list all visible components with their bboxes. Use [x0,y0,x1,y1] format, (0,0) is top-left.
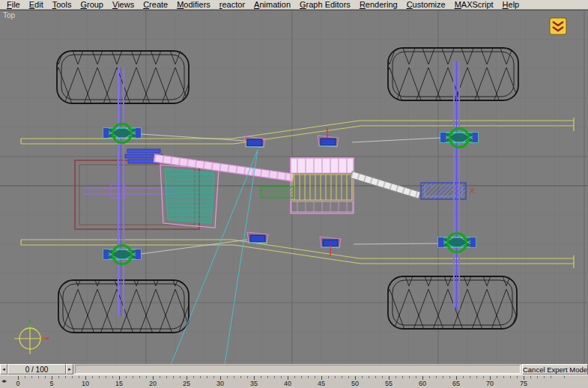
viewport-label: Top [3,11,15,19]
time-slider-row: ◄ 0 / 100 ► Cancel Expert Mode [0,364,588,375]
ruler-tick-minor [395,376,396,378]
next-frame-button[interactable]: ► [66,364,73,375]
ruler-tick-minor [193,376,194,378]
ruler-label: 40 [284,380,291,387]
next-frame-icon: ► [67,367,72,372]
ruler-label: 10 [82,380,89,387]
ruler-tick-minor [213,376,214,378]
time-slider-value: 0 / 100 [25,366,49,374]
wheel-hub-front-top[interactable] [103,128,141,138]
ruler-label: 55 [385,380,392,387]
menu-item-customize[interactable]: Customize [402,0,450,9]
ruler-tick-minor [38,376,39,378]
menu-item-help[interactable]: Help [498,0,524,9]
ruler-tick-minor [537,376,538,378]
trackbar-toggle-icon[interactable]: ◂▸ [1,378,6,384]
ruler-tick-minor [463,376,464,378]
ruler-tick-minor [106,376,106,378]
ruler-tick-minor [281,376,282,378]
menu-item-modifiers[interactable]: Modifiers [172,0,215,9]
ruler-tick-minor [31,376,32,378]
ruler-tick-minor [402,376,403,378]
menu-item-views[interactable]: Views [108,0,139,9]
ruler-tick-minor [112,376,113,378]
menu-bar: FileEditToolsGroupViewsCreateModifiersre… [0,0,588,10]
wheel-hub-rear-top[interactable] [440,133,478,142]
ruler-tick-minor [99,376,100,378]
ruler-tick-minor [261,376,261,378]
trackbar-ruler[interactable]: ◂▸ 051015202530354045505560657075 [0,375,588,388]
ruler-tick-minor [160,376,160,378]
ruler-label: 30 [216,380,224,387]
ruler-label: 50 [351,380,359,387]
menu-item-maxscript[interactable]: MAXScript [450,0,498,9]
engine-block[interactable] [291,158,354,213]
ruler-tick-minor [308,376,309,378]
viewport-nav-icon[interactable] [549,17,567,35]
ruler-tick-minor [429,376,430,378]
ruler-label: 0 [16,380,19,387]
menu-item-edit[interactable]: Edit [25,0,48,9]
ruler-tick-minor [362,376,363,378]
ruler-tick-minor [65,376,66,378]
menu-item-create[interactable]: Create [139,0,172,9]
cancel-expert-mode-label: Cancel Expert Mode [523,366,587,374]
previous-frame-button[interactable]: ◄ [0,364,7,375]
radiator[interactable] [160,165,219,228]
menu-item-file[interactable]: File [2,0,25,9]
wheel-hub-rear-bottom[interactable] [438,237,476,247]
ruler-tick-minor [510,376,511,378]
ruler-tick-minor [240,376,241,378]
ruler-tick-minor [58,376,59,378]
ruler-label: 35 [250,380,258,387]
ruler-tick-minor [207,376,207,378]
cancel-expert-mode-button[interactable]: Cancel Expert Mode [522,364,588,375]
ruler-tick-minor [382,376,383,378]
ruler-label: 60 [419,380,426,387]
menu-item-graph-editors[interactable]: Graph Editors [295,0,355,9]
ruler-tick-minor [335,376,336,378]
ruler-tick-minor [247,376,248,378]
transfer-case[interactable] [261,187,294,198]
ruler-tick-minor [200,376,201,378]
ruler-tick-minor [342,376,342,378]
time-slider-handle[interactable]: 0 / 100 [7,364,66,375]
ruler-label: 45 [318,380,325,387]
ruler-tick-minor [416,376,416,378]
ruler-tick-minor [483,376,484,378]
ruler-tick-minor [470,376,470,378]
ruler-tick-minor [443,376,443,378]
ruler-tick-minor [301,376,302,378]
viewport-top[interactable]: Top [0,10,588,364]
ruler-tick-minor [497,376,497,378]
ruler-tick-minor [146,376,147,378]
ruler-tick-minor [173,376,174,378]
ruler-tick-minor [274,376,275,378]
menu-item-rendering[interactable]: Rendering [355,0,402,9]
ruler-tick-minor [375,376,376,378]
menu-item-group[interactable]: Group [76,0,108,9]
ruler-tick-minor [369,376,369,378]
rear-differential[interactable] [421,183,474,199]
ruler-label: 25 [183,380,190,387]
menu-item-animation[interactable]: Animation [249,0,295,9]
ruler-tick-minor [551,376,551,378]
ruler-tick-minor [544,376,545,378]
ruler-tick-minor [503,376,504,378]
ruler-label: 5 [49,380,53,387]
tire-rear-bottom[interactable] [388,276,517,329]
ruler-tick-minor [133,376,133,378]
ruler-tick-minor [315,376,315,378]
ruler-tick-minor [45,376,46,378]
menu-item-tools[interactable]: Tools [48,0,76,9]
time-slider-track[interactable] [75,365,521,374]
ruler-tick-minor [436,376,437,378]
ruler-tick-minor [328,376,329,378]
ruler-tick-minor [126,376,127,378]
ruler-tick-minor [72,376,73,378]
menu-item-reactor[interactable]: reactor [215,0,249,9]
wheel-hub-front-bottom[interactable] [103,249,141,259]
ruler-tick-minor [180,376,181,378]
previous-frame-icon: ◄ [1,367,6,372]
ruler-tick-minor [517,376,518,378]
